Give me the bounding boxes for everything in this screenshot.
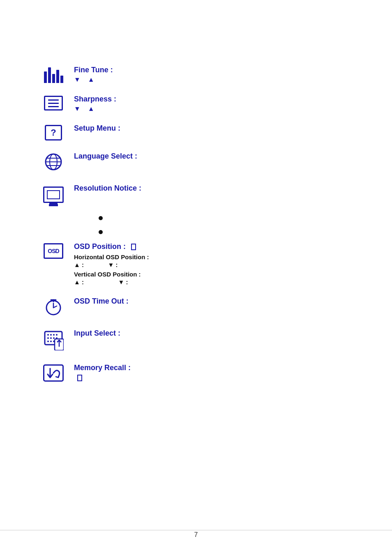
input-select-icon xyxy=(41,330,66,352)
fine-tune-down-arrow[interactable]: ▼ xyxy=(74,76,81,83)
svg-point-15 xyxy=(47,337,49,339)
fine-tune-icon xyxy=(41,67,66,83)
osd-timeout-icon xyxy=(41,298,66,318)
setup-menu-icon: ? xyxy=(41,125,66,140)
input-select-label: Input Select : xyxy=(74,329,351,338)
resolution-notice-icon xyxy=(41,185,66,203)
fine-tune-item: Fine Tune : ▼ ▲ xyxy=(41,66,351,83)
osd-timeout-item: OSD Time Out : xyxy=(41,297,351,318)
osd-position-indicator xyxy=(131,244,136,250)
sharpness-item: Sharpness : ▼ ▲ xyxy=(41,95,351,113)
setup-menu-label: Setup Menu : xyxy=(74,124,351,133)
svg-point-20 xyxy=(50,341,52,342)
osd-vertical-up[interactable]: ▲ : xyxy=(74,279,84,286)
fine-tune-controls: ▼ ▲ xyxy=(74,76,351,83)
memory-recall-item: Memory Recall : xyxy=(41,364,351,382)
osd-vertical-label: Vertical OSD Position : xyxy=(74,271,351,278)
osd-position-item: OSD OSD Position : Horizontal OSD Positi… xyxy=(41,242,351,286)
svg-point-11 xyxy=(47,334,49,336)
osd-position-label: OSD Position : xyxy=(74,242,351,251)
fine-tune-label: Fine Tune : xyxy=(74,66,351,74)
memory-recall-icon xyxy=(41,364,66,382)
bullet-2 xyxy=(99,230,103,234)
bullet-item-2 xyxy=(99,228,351,234)
fine-tune-up-arrow[interactable]: ▲ xyxy=(88,76,95,83)
osd-vertical-down[interactable]: ▼ : xyxy=(118,279,128,286)
resolution-notice-item: Resolution Notice : xyxy=(41,184,351,203)
input-select-item: Input Select : xyxy=(41,329,351,352)
osd-timeout-content: OSD Time Out : xyxy=(74,297,351,307)
svg-point-16 xyxy=(50,337,52,339)
page-number: 7 xyxy=(194,531,198,539)
setup-menu-content: Setup Menu : xyxy=(74,124,351,134)
setup-menu-item: ? Setup Menu : xyxy=(41,124,351,140)
svg-point-13 xyxy=(53,334,55,336)
svg-point-17 xyxy=(53,337,55,339)
sharpness-label: Sharpness : xyxy=(74,95,351,104)
memory-recall-indicator xyxy=(77,375,82,381)
sharpness-down-arrow[interactable]: ▼ xyxy=(74,105,81,112)
footer-line xyxy=(0,530,392,530)
osd-vertical-controls: ▲ : ▼ : xyxy=(74,279,351,286)
svg-point-12 xyxy=(50,334,52,336)
sharpness-up-arrow[interactable]: ▲ xyxy=(88,105,95,112)
osd-horizontal-down[interactable]: ▼ : xyxy=(108,261,118,268)
language-select-label: Language Select : xyxy=(74,152,351,161)
language-select-icon xyxy=(41,153,66,173)
bullet-item-1 xyxy=(99,214,351,220)
fine-tune-content: Fine Tune : ▼ ▲ xyxy=(74,66,351,83)
memory-recall-label: Memory Recall : xyxy=(74,364,351,372)
osd-timeout-label: OSD Time Out : xyxy=(74,297,351,306)
sharpness-icon xyxy=(41,96,66,111)
osd-position-content: OSD Position : Horizontal OSD Position :… xyxy=(74,242,351,286)
svg-point-14 xyxy=(56,334,58,336)
language-select-content: Language Select : xyxy=(74,152,351,162)
osd-horizontal-up[interactable]: ▲ : xyxy=(74,261,84,268)
input-select-content: Input Select : xyxy=(74,329,351,339)
language-select-item: Language Select : xyxy=(41,152,351,173)
sharpness-controls: ▼ ▲ xyxy=(74,105,351,113)
resolution-notice-content: Resolution Notice : xyxy=(74,184,351,194)
memory-recall-content: Memory Recall : xyxy=(74,364,351,381)
bullet-1 xyxy=(99,216,103,220)
osd-horizontal-label: Horizontal OSD Position : xyxy=(74,253,351,260)
osd-horizontal-controls: ▲ : ▼ : xyxy=(74,261,351,268)
resolution-notice-label: Resolution Notice : xyxy=(74,184,351,193)
sharpness-content: Sharpness : ▼ ▲ xyxy=(74,95,351,113)
osd-position-icon: OSD xyxy=(41,243,66,259)
svg-point-19 xyxy=(47,341,49,342)
